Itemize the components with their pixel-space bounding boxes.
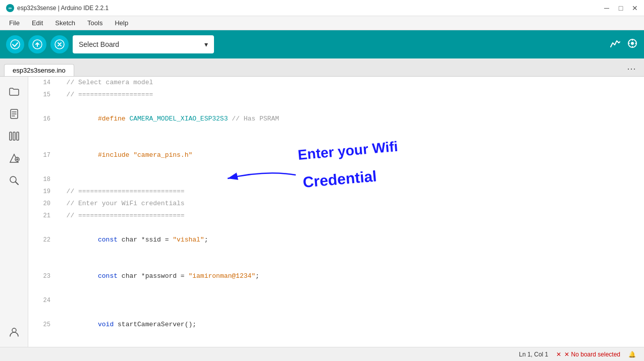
code-line-25: 25 void startCameraServer();: [28, 307, 644, 343]
sidebar-item-files[interactable]: [5, 105, 23, 123]
line-content-16: #define CAMERA_MODEL_XIAO_ESP32S3 // Has…: [59, 101, 644, 137]
board-select-dropdown[interactable]: Select Board ▾: [73, 35, 214, 53]
sidebar: [0, 77, 28, 347]
toolbar: Select Board ▾: [0, 30, 644, 58]
code-line-14: 14 // Select camera model: [28, 77, 644, 89]
code-line-22: 22 const char *ssid = "vishal";: [28, 222, 644, 258]
sidebar-item-search[interactable]: [5, 171, 23, 190]
code-line-17: 17 #include "camera_pins.h": [28, 137, 644, 173]
line-num-23: 23: [28, 270, 59, 282]
menu-edit[interactable]: Edit: [27, 18, 48, 28]
file-tab[interactable]: esp32s3sense.ino: [4, 64, 74, 76]
svg-rect-7: [13, 132, 15, 140]
file-tab-label: esp32s3sense.ino: [13, 67, 66, 74]
line-num-25: 25: [28, 319, 59, 331]
tab-more-icon: ⋯: [627, 64, 636, 74]
main-layout: 14 // Select camera model 15 // ========…: [0, 77, 644, 347]
svg-point-4: [631, 42, 634, 45]
notification-bell-icon[interactable]: 🔔: [628, 351, 636, 358]
line-content-25: void startCameraServer();: [59, 307, 644, 343]
title-bar: ∞ esp32s3sense | Arduino IDE 2.2.1 ─ □ ✕: [0, 0, 644, 16]
board-select-label: Select Board: [79, 40, 119, 48]
editor-area: 14 // Select camera model 15 // ========…: [28, 77, 644, 347]
line-content-23: const char *password = "iamironman@1234"…: [59, 258, 644, 294]
code-line-16: 16 #define CAMERA_MODEL_XIAO_ESP32S3 // …: [28, 101, 644, 137]
line-content-19: // ===========================: [59, 186, 644, 198]
sidebar-item-library[interactable]: [5, 127, 23, 145]
sidebar-item-user[interactable]: [5, 323, 23, 341]
line-content-21: // ===========================: [59, 210, 644, 222]
svg-rect-6: [10, 132, 12, 140]
menu-tools[interactable]: Tools: [82, 18, 108, 28]
line-num-15: 15: [28, 89, 59, 101]
code-line-18: 18: [28, 173, 644, 186]
line-num-16: 16: [28, 113, 59, 125]
line-num-24: 24: [28, 294, 59, 307]
code-line-26: 26 void setupLedFlash(int pin);: [28, 343, 644, 347]
svg-point-11: [10, 176, 16, 183]
close-button[interactable]: ✕: [632, 5, 638, 11]
line-content-14: // Select camera model: [59, 77, 644, 89]
arduino-logo-icon: ∞: [6, 4, 14, 12]
tab-bar: esp32s3sense.ino ⋯: [0, 58, 644, 77]
title-bar-controls: ─ □ ✕: [604, 5, 638, 11]
line-num-19: 19: [28, 186, 59, 198]
minimize-button[interactable]: ─: [604, 5, 610, 11]
svg-point-12: [12, 328, 16, 332]
code-line-24: 24: [28, 294, 644, 307]
board-select-chevron-icon: ▾: [204, 40, 208, 48]
line-num-17: 17: [28, 149, 59, 161]
tab-more-button[interactable]: ⋯: [623, 61, 640, 76]
sidebar-item-folder[interactable]: [5, 83, 23, 101]
svg-rect-8: [17, 132, 19, 140]
sidebar-item-upload[interactable]: [5, 149, 23, 167]
code-line-21: 21 // ===========================: [28, 210, 644, 222]
code-line-23: 23 const char *password = "iamironman@12…: [28, 258, 644, 294]
code-line-15: 15 // ===================: [28, 89, 644, 101]
app-title: esp32s3sense | Arduino IDE 2.2.1: [17, 5, 109, 12]
serial-monitor-icon[interactable]: [627, 38, 638, 51]
status-bar: Ln 1, Col 1 ✕ ✕ No board selected 🔔: [0, 347, 644, 361]
line-content-15: // ===================: [59, 89, 644, 101]
verify-button[interactable]: [6, 35, 24, 53]
line-num-18: 18: [28, 173, 59, 186]
line-num-20: 20: [28, 198, 59, 210]
toolbar-right: [610, 38, 638, 51]
code-line-19: 19 // ===========================: [28, 186, 644, 198]
board-error-status: ✕ ✕ No board selected: [556, 351, 620, 358]
svg-point-0: [11, 40, 20, 49]
line-content-26: void setupLedFlash(int pin);: [59, 343, 644, 347]
menu-bar: File Edit Sketch Tools Help: [0, 16, 644, 30]
line-num-14: 14: [28, 77, 59, 89]
maximize-button[interactable]: □: [618, 5, 624, 11]
code-line-20: 20 // Enter your WiFi credentials: [28, 198, 644, 210]
menu-sketch[interactable]: Sketch: [50, 18, 80, 28]
debug-button[interactable]: [50, 35, 69, 53]
cursor-position: Ln 1, Col 1: [519, 351, 548, 358]
line-num-21: 21: [28, 210, 59, 222]
line-content-17: #include "camera_pins.h": [59, 137, 644, 173]
line-num-22: 22: [28, 234, 59, 246]
upload-button[interactable]: [28, 35, 46, 53]
title-bar-left: ∞ esp32s3sense | Arduino IDE 2.2.1: [6, 4, 109, 12]
menu-help[interactable]: Help: [110, 18, 133, 28]
no-board-label: ✕ No board selected: [564, 351, 620, 358]
serial-plotter-icon[interactable]: [610, 38, 621, 51]
menu-file[interactable]: File: [4, 18, 25, 28]
code-editor[interactable]: 14 // Select camera model 15 // ========…: [28, 77, 644, 347]
line-content-20: // Enter your WiFi credentials: [59, 198, 644, 210]
error-x-icon: ✕: [556, 351, 561, 358]
line-content-22: const char *ssid = "vishal";: [59, 222, 644, 258]
